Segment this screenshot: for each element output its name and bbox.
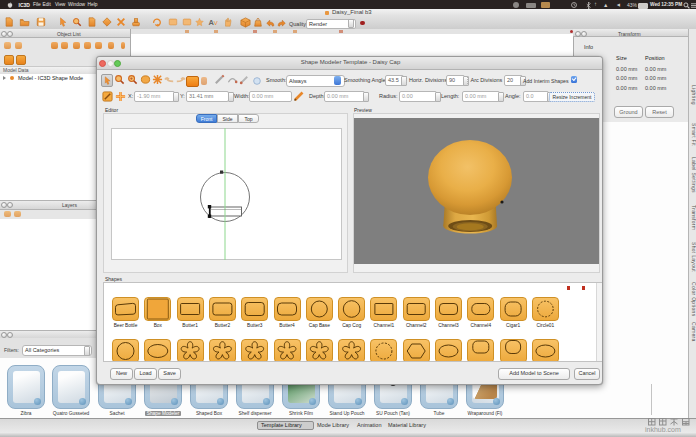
- svg-text:+: +: [130, 75, 133, 81]
- svg-text:V: V: [214, 20, 218, 26]
